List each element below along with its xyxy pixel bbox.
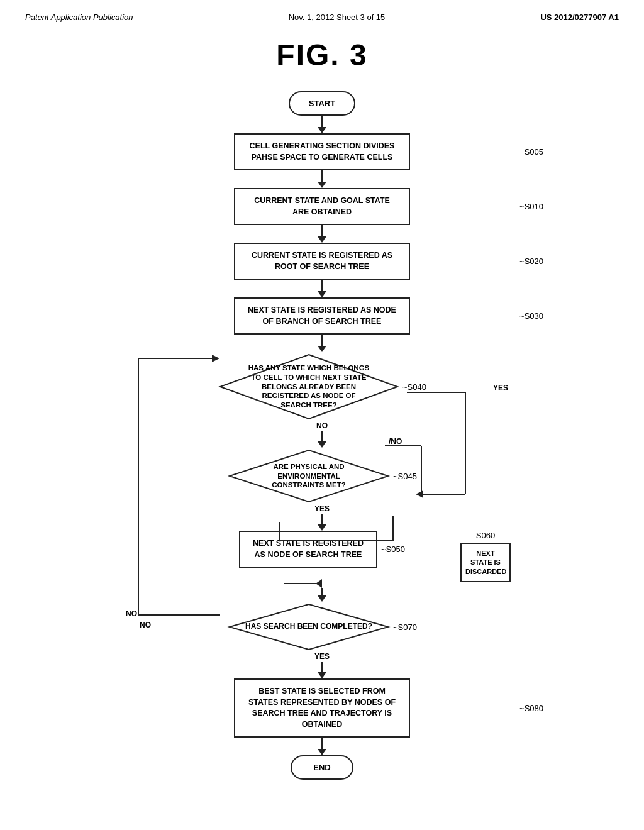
- connector-s040-no: [321, 431, 323, 441]
- flowchart: START CELL GENERATING SECTION DIVIDES PA…: [25, 91, 619, 780]
- s060-box: NEXT STATE IS DISCARDED: [460, 543, 511, 582]
- s045-diamond-row: ARE PHYSICAL AND ENVIRONMENTAL CONSTRAIN…: [227, 448, 417, 504]
- s040-no-section: NO: [316, 421, 328, 448]
- page: Patent Application Publication Nov. 1, 2…: [0, 0, 644, 830]
- connector-s045-yes: [321, 514, 323, 524]
- s045-yes-section: YES: [314, 504, 330, 531]
- arrow-s045-yes: [318, 524, 326, 531]
- s045-section: ARE PHYSICAL AND ENVIRONMENTAL CONSTRAIN…: [133, 448, 511, 531]
- end-node-row: END: [25, 755, 619, 780]
- s020-label: ~S020: [519, 257, 543, 266]
- s070-text: HAS SEARCH BEEN COMPLETED?: [245, 622, 372, 632]
- s045-step-label: ~S045: [393, 472, 417, 481]
- s005-box: CELL GENERATING SECTION DIVIDES PAHSE SP…: [234, 133, 410, 170]
- back-arrow-h: [284, 583, 316, 584]
- connector-5: [321, 335, 323, 346]
- connector-s070-yes: [321, 662, 323, 672]
- connector-6: [321, 588, 323, 595]
- arrow-3: [318, 236, 326, 243]
- header-left: Patent Application Publication: [25, 13, 133, 22]
- s005-label: S005: [525, 147, 543, 157]
- arrow-1: [318, 127, 326, 133]
- back-arrow-row: [284, 579, 322, 588]
- connector-3: [321, 225, 323, 236]
- s070-step-label: ~S070: [393, 622, 417, 632]
- s040-yes-label: YES: [493, 384, 508, 392]
- s070-yes-section: YES: [314, 652, 330, 678]
- arrow-4: [318, 291, 326, 297]
- s005-row: CELL GENERATING SECTION DIVIDES PAHSE SP…: [25, 133, 619, 170]
- arrow-end: [318, 749, 326, 755]
- s080-label: ~S080: [519, 704, 543, 713]
- s070-diamond-row: HAS SEARCH BEEN COMPLETED? ~S070: [227, 602, 417, 652]
- start-node-row: START: [25, 91, 619, 116]
- s040-text: HAS ANY STATE WHICH BELONGS TO CELL TO W…: [246, 363, 372, 411]
- s050-group: NEXT STATE IS REGISTERED AS NODE OF SEAR…: [239, 531, 405, 568]
- s030-box: NEXT STATE IS REGISTERED AS NODE OF BRAN…: [234, 297, 410, 335]
- s040-no-label: NO: [316, 421, 328, 430]
- connector-4: [321, 280, 323, 291]
- s045-diamond: ARE PHYSICAL AND ENVIRONMENTAL CONSTRAIN…: [227, 448, 391, 504]
- s050-s060-row: NEXT STATE IS REGISTERED AS NODE OF SEAR…: [133, 531, 511, 568]
- connector-2: [321, 170, 323, 182]
- s045-text: ARE PHYSICAL AND ENVIRONMENTAL CONSTRAIN…: [252, 462, 365, 490]
- arrow-s040-no: [318, 441, 326, 448]
- back-arrow-head: [316, 579, 322, 588]
- s040-step-label: ~S040: [402, 382, 426, 392]
- s010-label: ~S010: [519, 202, 543, 211]
- s070-no-label: NO: [140, 621, 151, 629]
- s040-diamond: HAS ANY STATE WHICH BELONGS TO CELL TO W…: [218, 352, 400, 421]
- connector-end: [321, 738, 323, 749]
- s050-step-label: ~S050: [381, 545, 405, 554]
- s030-label: ~S030: [519, 311, 543, 321]
- s060-step-label: S060: [476, 531, 495, 540]
- s020-box: CURRENT STATE IS REGISTERED AS ROOT OF S…: [234, 243, 410, 280]
- arrow-s070-yes: [318, 672, 326, 678]
- s080-row: BEST STATE IS SELECTED FROM STATES REPRE…: [25, 678, 619, 738]
- figure-title: FIG. 3: [25, 38, 619, 72]
- arrow-2: [318, 182, 326, 188]
- header-right: US 2012/0277907 A1: [540, 13, 619, 22]
- s080-box: BEST STATE IS SELECTED FROM STATES REPRE…: [234, 678, 410, 738]
- arrow-6: [318, 595, 326, 602]
- header-center: Nov. 1, 2012 Sheet 3 of 15: [289, 13, 386, 22]
- arrow-5: [318, 346, 326, 352]
- start-node: START: [289, 91, 355, 116]
- s060-group: S060 NEXT STATE IS DISCARDED: [460, 531, 511, 582]
- s050-box: NEXT STATE IS REGISTERED AS NODE OF SEAR…: [239, 531, 377, 568]
- header: Patent Application Publication Nov. 1, 2…: [25, 13, 619, 25]
- s070-yes-label: YES: [314, 652, 330, 661]
- s045-yes-label: YES: [314, 504, 330, 513]
- s070-section: HAS SEARCH BEEN COMPLETED? ~S070 NO YES: [133, 602, 511, 678]
- end-node: END: [291, 755, 353, 780]
- s010-row: CURRENT STATE AND GOAL STATE ARE OBTAINE…: [25, 188, 619, 225]
- s040-yes-arrow: YES: [493, 384, 511, 392]
- s030-row: NEXT STATE IS REGISTERED AS NODE OF BRAN…: [25, 297, 619, 335]
- s070-diamond: HAS SEARCH BEEN COMPLETED?: [227, 602, 391, 652]
- s040-diamond-row: HAS ANY STATE WHICH BELONGS TO CELL TO W…: [218, 352, 426, 421]
- connector-1: [321, 116, 323, 127]
- s010-box: CURRENT STATE AND GOAL STATE ARE OBTAINE…: [234, 188, 410, 225]
- s040-section: HAS ANY STATE WHICH BELONGS TO CELL TO W…: [133, 352, 511, 448]
- s020-row: CURRENT STATE IS REGISTERED AS ROOT OF S…: [25, 243, 619, 280]
